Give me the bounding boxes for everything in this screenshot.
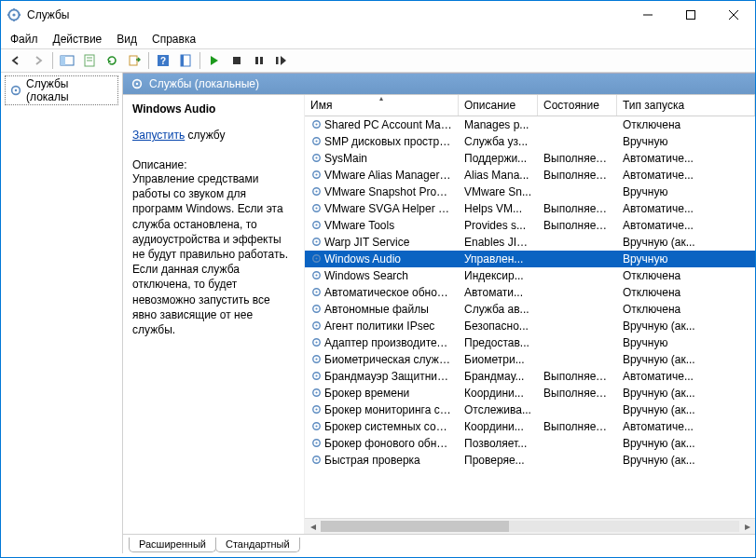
cell-name: Автономные файлы xyxy=(305,303,459,316)
cell-description: Координи... xyxy=(459,387,538,400)
table-row[interactable]: Windows SearchИндексир...Отключена xyxy=(305,267,755,284)
cell-name: VMware Tools xyxy=(305,219,459,232)
table-row[interactable]: Автономные файлыСлужба ав...Отключена xyxy=(305,301,755,318)
cell-description: Provides s... xyxy=(459,219,538,232)
service-gear-icon xyxy=(310,236,323,248)
svg-point-37 xyxy=(315,190,317,192)
table-row[interactable]: SysMainПоддержи...ВыполняетсяАвтоматиче.… xyxy=(305,150,755,167)
service-gear-icon xyxy=(310,403,323,415)
table-row[interactable]: SMP дисковых пространст...Служба уз...Вр… xyxy=(305,133,755,150)
horizontal-scrollbar[interactable]: ◂ ▸ xyxy=(305,518,755,534)
column-description[interactable]: Описание xyxy=(459,95,538,116)
cell-startup-type: Вручную (ак... xyxy=(617,437,755,450)
table-row[interactable]: VMware ToolsProvides s...ВыполняетсяАвто… xyxy=(305,217,755,234)
pause-service-button[interactable] xyxy=(249,50,269,71)
minimize-button[interactable] xyxy=(626,1,669,29)
show-hide-tree-button[interactable] xyxy=(57,50,77,71)
detail-desc-label: Описание: xyxy=(132,158,295,171)
table-row[interactable]: Shared PC Account ManagerManages p...Отк… xyxy=(305,116,755,133)
forward-button[interactable] xyxy=(28,50,48,71)
gear-icon xyxy=(9,84,22,97)
cell-startup-type: Вручную (ак... xyxy=(617,454,755,467)
cell-startup-type: Вручную (ак... xyxy=(617,353,755,366)
table-row[interactable]: Быстрая проверкаПроверяе...Вручную (ак..… xyxy=(305,452,755,469)
cell-startup-type: Вручную (ак... xyxy=(617,320,755,333)
svg-point-39 xyxy=(315,207,317,209)
svg-point-57 xyxy=(315,358,317,360)
refresh-button[interactable] xyxy=(102,50,122,71)
maximize-button[interactable] xyxy=(669,1,712,29)
cell-state: Выполняется xyxy=(538,152,617,165)
detail-title: Windows Audio xyxy=(132,102,295,116)
cell-startup-type: Автоматиче... xyxy=(617,370,755,383)
table-row[interactable]: Брокер фонового обнару...Позволяет...Вру… xyxy=(305,435,755,452)
toolbar-separator xyxy=(199,52,200,69)
cell-startup-type: Автоматиче... xyxy=(617,202,755,215)
scrollbar-track[interactable] xyxy=(321,521,739,532)
close-button[interactable] xyxy=(712,1,755,29)
table-row[interactable]: Биометрическая служба ...Биометри...Вруч… xyxy=(305,351,755,368)
svg-point-55 xyxy=(315,341,317,343)
table-row[interactable]: Агент политики IPsecБезопасно...Вручную … xyxy=(305,318,755,334)
tree-pane[interactable]: Службы (локалы xyxy=(1,73,123,553)
column-state[interactable]: Состояние xyxy=(538,95,617,116)
table-row[interactable]: Брокер мониторинга сред...Отслежива...Вр… xyxy=(305,401,755,418)
tab-extended[interactable]: Расширенный xyxy=(129,538,216,552)
tree-node-services-local[interactable]: Службы (локалы xyxy=(5,75,118,105)
svg-point-63 xyxy=(315,408,317,410)
column-name[interactable]: Имя▴ xyxy=(305,95,459,116)
cell-startup-type: Отключена xyxy=(617,118,755,131)
cell-description: Служба уз... xyxy=(459,135,538,148)
export-button[interactable] xyxy=(124,50,144,71)
cell-name: VMware SVGA Helper Service xyxy=(305,202,459,215)
service-gear-icon xyxy=(310,303,323,315)
svg-point-29 xyxy=(315,123,317,125)
rows-container[interactable]: Shared PC Account ManagerManages p...Отк… xyxy=(305,116,755,518)
table-row[interactable]: VMware Snapshot ProviderVMware Sn...Вруч… xyxy=(305,184,755,200)
cell-startup-type: Автоматиче... xyxy=(617,169,755,182)
stop-service-button[interactable] xyxy=(227,50,247,71)
table-row[interactable]: VMware Alias Manager and ...Alias Mana..… xyxy=(305,167,755,184)
column-startup-type[interactable]: Тип запуска xyxy=(617,95,755,116)
detail-action-suffix: службу xyxy=(185,129,225,142)
cell-description: Отслежива... xyxy=(459,403,538,416)
table-row[interactable]: Брокер системных событийКоордини...Выпол… xyxy=(305,418,755,435)
table-row[interactable]: Warp JIT ServiceEnables JIT ...Вручную (… xyxy=(305,234,755,251)
svg-point-25 xyxy=(15,89,17,91)
service-gear-icon xyxy=(310,202,323,214)
back-button[interactable] xyxy=(6,50,26,71)
cell-startup-type: Отключена xyxy=(617,286,755,299)
help-index-button[interactable] xyxy=(175,50,196,71)
table-row[interactable]: Брандмауэр Защитника W...Брандмау...Выпо… xyxy=(305,368,755,385)
scroll-right-arrow-icon[interactable]: ▸ xyxy=(739,519,755,535)
table-row[interactable]: Windows AudioУправлен...Вручную xyxy=(305,251,755,267)
cell-description: Брандмау... xyxy=(459,370,538,383)
cell-name: Брокер системных событий xyxy=(305,420,459,433)
cell-startup-type: Вручную (ак... xyxy=(617,403,755,416)
tab-standard[interactable]: Стандартный xyxy=(215,538,300,552)
table-row[interactable]: Адаптер производительно...Предостав...Вр… xyxy=(305,334,755,351)
properties-button[interactable] xyxy=(79,50,100,71)
scroll-left-arrow-icon[interactable]: ◂ xyxy=(305,519,321,535)
menu-help[interactable]: Справка xyxy=(144,31,203,48)
pane-header-title: Службы (локальные) xyxy=(149,77,259,90)
restart-service-button[interactable] xyxy=(271,50,292,71)
cell-description: Проверяе... xyxy=(459,454,538,467)
service-gear-icon xyxy=(310,387,323,399)
scrollbar-thumb[interactable] xyxy=(321,521,509,532)
table-row[interactable]: VMware SVGA Helper ServiceHelps VM...Вып… xyxy=(305,200,755,217)
start-service-button[interactable] xyxy=(204,50,225,71)
detail-action-line: Запустить службу xyxy=(132,129,295,142)
content-split: Windows Audio Запустить службу Описание:… xyxy=(123,94,755,534)
start-service-link[interactable]: Запустить xyxy=(132,129,185,142)
gear-icon xyxy=(131,77,144,90)
menu-file[interactable]: Файл xyxy=(3,31,46,48)
cell-state: Выполняется xyxy=(538,370,617,383)
table-row[interactable]: Автоматическое обновле...Автомати...Откл… xyxy=(305,284,755,301)
titlebar: Службы xyxy=(1,1,755,29)
table-row[interactable]: Брокер времениКоордини...ВыполняетсяВруч… xyxy=(305,385,755,401)
menu-view[interactable]: Вид xyxy=(109,31,144,48)
svg-text:?: ? xyxy=(160,56,166,66)
help-button[interactable]: ? xyxy=(153,50,173,71)
menu-action[interactable]: Действие xyxy=(46,31,110,48)
